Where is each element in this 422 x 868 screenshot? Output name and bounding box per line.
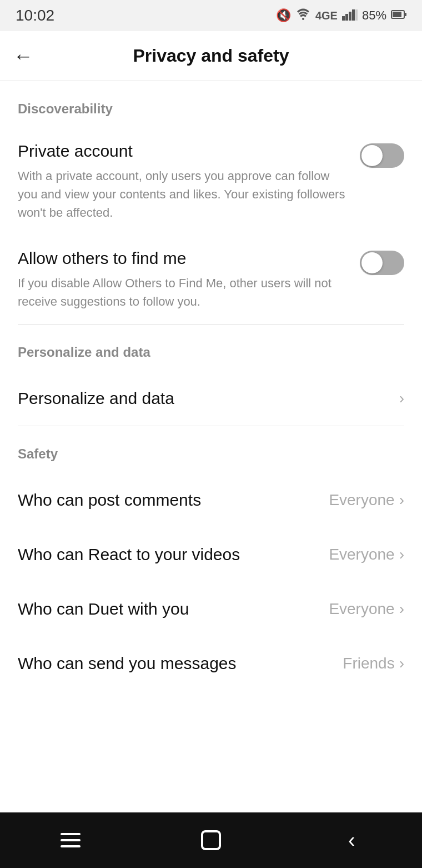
nav-post-comments[interactable]: Who can post comments Everyone › <box>0 473 422 527</box>
nav-duet-value: Everyone <box>329 600 394 618</box>
svg-rect-8 <box>405 13 406 16</box>
page-header: ← Privacy and safety <box>0 31 422 81</box>
section-personalize-label: Personalize and data <box>0 325 422 371</box>
signal-icon <box>342 8 358 23</box>
svg-point-0 <box>302 18 304 20</box>
chevron-icon-messages: › <box>399 655 404 672</box>
back-nav-button[interactable]: ‹ <box>329 824 374 857</box>
battery-icon <box>391 9 406 22</box>
nav-duet[interactable]: Who can Duet with you Everyone › <box>0 582 422 636</box>
setting-allow-find: Allow others to find me If you disable A… <box>0 235 422 324</box>
mute-icon: 🔇 <box>276 8 291 23</box>
bottom-nav-bar: ‹ <box>0 812 422 868</box>
svg-rect-7 <box>393 12 401 17</box>
nav-post-comments-value: Everyone <box>329 491 394 509</box>
back-chevron-icon: ‹ <box>348 829 355 852</box>
svg-rect-4 <box>352 9 355 21</box>
square-icon <box>201 830 221 850</box>
status-time: 10:02 <box>16 7 54 24</box>
status-icons: 🔇 4GE 85% <box>276 8 406 23</box>
svg-rect-1 <box>342 16 345 21</box>
setting-allow-find-title: Allow others to find me <box>18 248 349 268</box>
allow-find-toggle[interactable] <box>360 251 404 275</box>
section-safety-label: Safety <box>0 426 422 473</box>
nav-messages-title: Who can send you messages <box>18 654 237 673</box>
battery-text: 85% <box>362 8 386 23</box>
recent-apps-button[interactable] <box>48 824 93 857</box>
network-icon: 4GE <box>315 9 338 22</box>
wifi-icon <box>295 8 311 23</box>
svg-rect-5 <box>355 9 358 21</box>
chevron-icon: › <box>399 390 404 407</box>
home-button[interactable] <box>189 824 233 857</box>
nav-duet-title: Who can Duet with you <box>18 600 189 618</box>
page-title: Privacy and safety <box>133 46 289 66</box>
section-discoverability-label: Discoverability <box>0 81 422 128</box>
setting-private-account-desc: With a private account, only users you a… <box>18 167 349 222</box>
nav-messages-value: Friends <box>343 655 394 672</box>
nav-react-videos[interactable]: Who can React to your videos Everyone › <box>0 527 422 582</box>
setting-private-account-title: Private account <box>18 141 349 161</box>
private-account-toggle[interactable] <box>360 143 404 168</box>
nav-personalize-data-title: Personalize and data <box>18 389 174 408</box>
chevron-icon-duet: › <box>399 600 404 618</box>
nav-personalize-data[interactable]: Personalize and data › <box>0 371 422 426</box>
back-button[interactable]: ← <box>13 46 33 66</box>
nav-react-videos-title: Who can React to your videos <box>18 545 240 564</box>
bars-icon <box>61 833 81 847</box>
chevron-icon-react: › <box>399 546 404 563</box>
svg-rect-3 <box>349 12 351 21</box>
setting-private-account: Private account With a private account, … <box>0 128 422 235</box>
chevron-icon-comments: › <box>399 491 404 509</box>
content-area: Discoverability Private account With a p… <box>0 81 422 691</box>
svg-rect-2 <box>345 14 348 21</box>
nav-post-comments-title: Who can post comments <box>18 491 201 510</box>
setting-allow-find-desc: If you disable Allow Others to Find Me, … <box>18 274 349 311</box>
status-bar: 10:02 🔇 4GE 85% <box>0 0 422 31</box>
nav-react-videos-value: Everyone <box>329 546 394 563</box>
nav-messages[interactable]: Who can send you messages Friends › <box>0 636 422 691</box>
